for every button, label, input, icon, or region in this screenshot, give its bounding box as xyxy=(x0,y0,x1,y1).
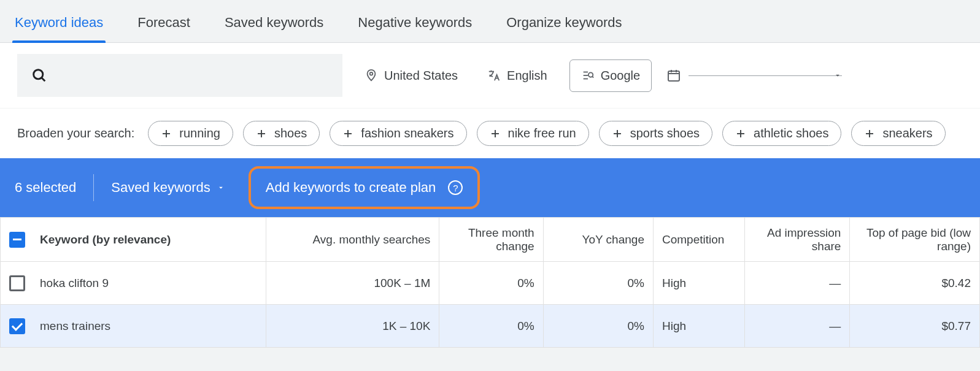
search-input[interactable] xyxy=(17,54,342,97)
col-header-keyword[interactable]: Keyword (by relevance) xyxy=(1,218,266,262)
bid-cell: $0.42 xyxy=(850,262,980,305)
location-filter[interactable]: United States xyxy=(357,64,465,88)
col-header-competition[interactable]: Competition xyxy=(653,218,744,262)
chip-label: shoes xyxy=(274,126,307,140)
plus-icon xyxy=(342,128,353,139)
selection-bar: 6 selected Saved keywords Add keywords t… xyxy=(0,158,980,217)
plus-icon xyxy=(161,128,172,139)
chip-label: running xyxy=(179,126,220,140)
broaden-chip-running[interactable]: running xyxy=(148,121,233,146)
chip-label: athletic shoes xyxy=(754,126,828,140)
tabs-bar: Keyword ideas Forecast Saved keywords Ne… xyxy=(0,0,980,43)
impr-cell: — xyxy=(745,262,850,305)
selection-count: 6 selected xyxy=(15,180,76,196)
svg-line-7 xyxy=(592,77,593,78)
search-icon xyxy=(31,67,48,84)
tab-saved-keywords[interactable]: Saved keywords xyxy=(222,1,326,42)
plus-icon xyxy=(612,128,623,139)
broaden-label: Broaden your search: xyxy=(17,126,134,140)
translate-icon xyxy=(487,69,501,82)
keyword-cell: hoka clifton 9 xyxy=(40,277,109,290)
chip-label: fashion sneakers xyxy=(361,126,453,140)
tab-organize-keywords[interactable]: Organize keywords xyxy=(504,1,624,42)
plus-icon xyxy=(735,128,746,139)
location-pin-icon xyxy=(365,69,378,82)
plus-icon xyxy=(864,128,875,139)
date-range-select[interactable] xyxy=(689,75,842,76)
language-label: English xyxy=(507,69,547,83)
tab-negative-keywords[interactable]: Negative keywords xyxy=(355,1,474,42)
bid-cell: $0.77 xyxy=(850,305,980,348)
help-icon[interactable]: ? xyxy=(448,180,463,195)
yoy-cell: 0% xyxy=(543,262,653,305)
select-all-checkbox[interactable] xyxy=(9,232,25,248)
chip-label: sports shoes xyxy=(630,126,700,140)
broaden-chip-shoes[interactable]: shoes xyxy=(243,121,320,146)
svg-point-6 xyxy=(588,72,593,77)
svg-point-0 xyxy=(34,70,43,79)
comp-cell: High xyxy=(653,262,744,305)
broaden-chip-fashion-sneakers[interactable]: fashion sneakers xyxy=(330,121,466,146)
dropdown-arrow-icon xyxy=(217,183,225,192)
avg-cell: 100K – 1M xyxy=(266,262,439,305)
plus-icon xyxy=(256,128,267,139)
tab-forecast[interactable]: Forecast xyxy=(135,1,193,42)
row-checkbox[interactable] xyxy=(9,318,25,334)
calendar-icon[interactable] xyxy=(666,68,681,83)
saved-keywords-dropdown[interactable]: Saved keywords xyxy=(111,180,225,196)
keyword-results-table: Keyword (by relevance) Avg. monthly sear… xyxy=(0,217,980,348)
svg-rect-8 xyxy=(668,71,679,81)
location-label: United States xyxy=(384,69,458,83)
network-icon xyxy=(581,69,595,82)
plus-icon xyxy=(490,128,501,139)
svg-point-2 xyxy=(370,72,373,75)
network-filter[interactable]: Google xyxy=(569,59,652,92)
saved-keywords-label: Saved keywords xyxy=(111,180,210,196)
col-header-yoy[interactable]: YoY change xyxy=(543,218,653,262)
col-header-label: Keyword (by relevance) xyxy=(40,233,171,247)
yoy-cell: 0% xyxy=(543,305,653,348)
three-cell: 0% xyxy=(439,262,543,305)
col-header-impression[interactable]: Ad impression share xyxy=(745,218,850,262)
comp-cell: High xyxy=(653,305,744,348)
table-row[interactable]: hoka clifton 9 100K – 1M 0% 0% High — $0… xyxy=(1,262,980,305)
broaden-chip-nike-free-run[interactable]: nike free run xyxy=(477,121,589,146)
impr-cell: — xyxy=(745,305,850,348)
chip-label: nike free run xyxy=(508,126,576,140)
add-keywords-label: Add keywords to create plan xyxy=(266,180,436,196)
tab-keyword-ideas[interactable]: Keyword ideas xyxy=(12,1,106,42)
table-header-row: Keyword (by relevance) Avg. monthly sear… xyxy=(1,218,980,262)
broaden-bar: Broaden your search: running shoes fashi… xyxy=(0,108,980,158)
broaden-chip-sports-shoes[interactable]: sports shoes xyxy=(599,121,712,146)
row-checkbox[interactable] xyxy=(9,275,25,291)
col-header-bid[interactable]: Top of page bid (low range) xyxy=(850,218,980,262)
add-keywords-button[interactable]: Add keywords to create plan ? xyxy=(249,166,480,209)
keyword-cell: mens trainers xyxy=(40,319,110,333)
filter-bar: United States English Google xyxy=(0,43,980,108)
avg-cell: 1K – 10K xyxy=(266,305,439,348)
dropdown-arrow-icon xyxy=(833,71,842,80)
col-header-avg[interactable]: Avg. monthly searches xyxy=(266,218,439,262)
table-row[interactable]: mens trainers 1K – 10K 0% 0% High — $0.7… xyxy=(1,305,980,348)
divider xyxy=(93,174,94,201)
network-label: Google xyxy=(601,69,641,83)
broaden-chip-sneakers[interactable]: sneakers xyxy=(851,121,945,146)
three-cell: 0% xyxy=(439,305,543,348)
svg-line-1 xyxy=(42,78,45,82)
broaden-chip-athletic-shoes[interactable]: athletic shoes xyxy=(722,121,841,146)
col-header-three[interactable]: Three month change xyxy=(439,218,543,262)
language-filter[interactable]: English xyxy=(480,64,555,88)
chip-label: sneakers xyxy=(882,126,932,140)
